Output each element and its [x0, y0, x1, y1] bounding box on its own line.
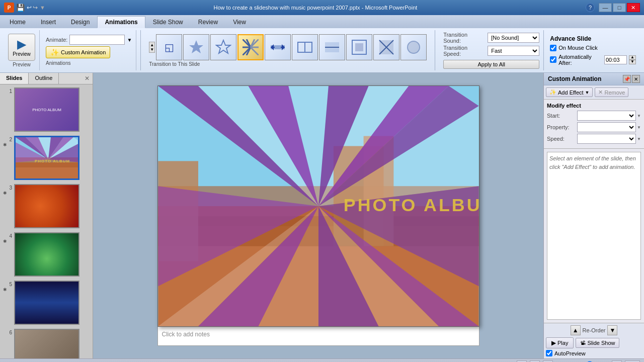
property-select[interactable] [577, 122, 636, 132]
svg-rect-22 [355, 43, 363, 51]
reorder-row: ▲ Re-Order ▼ [546, 325, 642, 335]
start-select[interactable] [577, 111, 636, 121]
slide-item-1[interactable]: 1 PHOTO ALBUM [2, 86, 91, 133]
trans-icon-1[interactable] [183, 34, 209, 60]
quick-undo[interactable]: ↩ [27, 4, 32, 11]
auto-time-input[interactable] [604, 55, 627, 64]
ribbon-content: ▶ Preview Preview Animate: ▼ ✨ Custom An… [0, 28, 644, 72]
slide-thumb-3 [14, 184, 79, 228]
quick-redo[interactable]: ↪ [33, 4, 38, 11]
speed-select[interactable]: Fast [488, 46, 539, 56]
animate-label: Animate: [46, 37, 67, 43]
reorder-label: Re-Order [583, 327, 606, 333]
on-mouse-click-checkbox[interactable] [550, 45, 556, 51]
trans-icon-5[interactable] [292, 34, 318, 60]
trans-icon-2[interactable] [210, 34, 236, 60]
slideshow-button[interactable]: 📽 Slide Show [576, 338, 619, 348]
add-effect-button[interactable]: ✨ Add Effect ▼ [546, 87, 593, 97]
trans-icon-4[interactable] [265, 34, 291, 60]
property-label: Property: [547, 124, 577, 130]
tab-animations[interactable]: Animations [97, 16, 145, 28]
auto-after-label: Automatically After: [558, 54, 600, 66]
transition-settings-group: Transition Sound: [No Sound] Transition … [439, 30, 544, 70]
tab-review[interactable]: Review [191, 16, 225, 28]
speed-label: Transition Speed: [443, 45, 484, 57]
modify-effect-title: Modify effect [547, 103, 641, 109]
speed-label: Speed: [547, 136, 577, 142]
tab-view[interactable]: View [225, 16, 254, 28]
slide-item-4[interactable]: 4 ✱ [2, 231, 91, 278]
add-effect-arrow: ▼ [585, 90, 590, 95]
normal-view-button[interactable]: ⊞ [517, 360, 527, 363]
slide-canvas-area: PHOTO ALBUM Click to add notes [93, 73, 543, 358]
fit-slide-button[interactable]: ⊡ [625, 360, 640, 363]
slide-item-6[interactable]: 6 [2, 328, 91, 358]
notes-area[interactable]: Click to add notes [157, 327, 479, 346]
animate-input[interactable] [69, 35, 125, 45]
slide-thumb-6 [14, 329, 79, 358]
custom-animation-button[interactable]: ✨ Custom Animation [46, 46, 110, 58]
sound-select[interactable]: [No Sound] [488, 33, 539, 43]
slide-item-3[interactable]: 3 ✱ [2, 183, 91, 229]
trans-icon-0[interactable]: ◱ [156, 34, 182, 60]
trans-icon-3[interactable] [237, 34, 264, 60]
slide-canvas[interactable]: PHOTO ALBUM [157, 85, 479, 327]
slides-panel-close[interactable]: ✕ [82, 73, 93, 84]
tab-outline[interactable]: Outline [29, 73, 59, 84]
panel-header-controls: 📌 ✕ [623, 75, 640, 83]
slide-sorter-button[interactable]: ⊟ [530, 360, 540, 363]
trans-scroll-up[interactable]: ▲ ▼ [149, 42, 155, 53]
remove-icon: ✕ [598, 89, 603, 96]
trans-icon-9[interactable] [400, 34, 427, 60]
animate-dropdown[interactable]: ▼ [127, 37, 132, 43]
reorder-up-button[interactable]: ▲ [571, 325, 581, 335]
slide-4-icon: ✱ [3, 239, 7, 244]
help-icon[interactable]: ? [586, 3, 595, 12]
svg-text:PHOTO ALBUM: PHOTO ALBUM [35, 159, 70, 163]
add-star-icon: ✨ [549, 89, 556, 96]
tab-slideshow[interactable]: Slide Show [145, 16, 191, 28]
time-down-button[interactable]: ▼ [629, 60, 636, 64]
auto-after-checkbox[interactable] [550, 56, 556, 63]
play-button[interactable]: ▶ Play [546, 337, 574, 348]
tab-slides[interactable]: Slides [0, 73, 29, 84]
trans-icon-6[interactable] [319, 34, 345, 60]
slide-5-icon: ✱ [3, 287, 7, 292]
panel-pin-button[interactable]: 📌 [623, 75, 631, 83]
quick-save[interactable]: 💾 [16, 4, 25, 12]
panel-close-button[interactable]: ✕ [632, 75, 640, 83]
slide-thumb-5 [14, 281, 79, 325]
preview-group: ▶ Preview Preview [4, 30, 40, 70]
tab-design[interactable]: Design [63, 16, 97, 28]
trans-icon-7[interactable] [346, 34, 372, 60]
svg-line-11 [251, 47, 259, 55]
tab-home[interactable]: Home [2, 16, 33, 28]
modify-effect-section: Modify effect Start: ▼ Property: ▼ Speed… [544, 100, 644, 149]
autopreview-label: AutoPreview [554, 350, 586, 356]
title-bar: P 💾 ↩ ↪ ▼ How to create a slideshow with… [0, 0, 644, 15]
property-arrow: ▼ [637, 125, 641, 130]
zoom-in-button[interactable]: + [612, 360, 622, 363]
start-arrow: ▼ [637, 114, 641, 118]
play-triangle-icon: ▶ [551, 339, 556, 346]
on-mouse-click-label: On Mouse Click [558, 45, 598, 51]
close-button[interactable]: ✕ [627, 3, 640, 12]
trans-icon-8[interactable] [373, 34, 399, 60]
reorder-down-button[interactable]: ▼ [607, 325, 617, 335]
apply-all-button[interactable]: Apply to All [443, 60, 539, 69]
tab-insert[interactable]: Insert [33, 16, 63, 28]
slides-list: 1 PHOTO ALBUM 2 ✱ [0, 84, 93, 358]
ribbon: Home Insert Design Animations Slide Show… [0, 15, 644, 73]
preview-button[interactable]: ▶ Preview [8, 34, 35, 61]
autopreview-checkbox[interactable] [546, 350, 552, 356]
slide-item-2[interactable]: 2 ✱ [2, 135, 91, 181]
slideshow-view-button[interactable]: ▶ [543, 360, 553, 363]
separator-1 [140, 30, 141, 70]
speed-select-panel[interactable] [577, 134, 636, 144]
slide-item-5[interactable]: 5 ✱ [2, 280, 91, 326]
remove-button[interactable]: ✕ Remove [595, 87, 628, 97]
maximize-button[interactable]: □ [613, 3, 626, 12]
play-row: ▶ Play 📽 Slide Show [546, 337, 642, 348]
minimize-button[interactable]: — [599, 3, 612, 12]
transitions-group: ▲ ▼ ◱ [145, 30, 431, 70]
